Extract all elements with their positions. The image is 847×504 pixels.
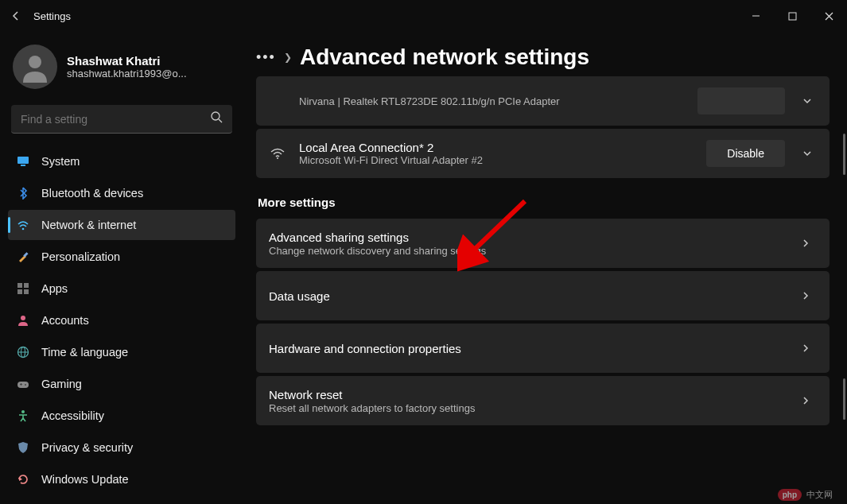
card-title: Advanced sharing settings — [269, 231, 783, 244]
user-name: Shashwat Khatri — [67, 54, 187, 68]
settings-card-hardware-and-connection-properties[interactable]: Hardware and connection properties — [256, 324, 830, 373]
wifi-icon — [267, 147, 288, 160]
search-icon — [211, 111, 223, 126]
access-icon — [16, 409, 30, 423]
adapter-sub: Nirvana | Realtek RTL8723DE 802.11b/g/n … — [299, 95, 686, 107]
sidebar-item-bluetooth-devices[interactable]: Bluetooth & devices — [8, 178, 235, 208]
breadcrumb: ••• ❯ Advanced network settings — [256, 45, 830, 70]
svg-line-4 — [219, 119, 222, 122]
sidebar-item-label: Personalization — [41, 250, 120, 263]
chevron-right-icon — [795, 396, 817, 405]
window-title: Settings — [33, 10, 71, 22]
sidebar-item-system[interactable]: System — [8, 146, 235, 176]
user-account[interactable]: Shashwat Khatri shashwat.khatri1993@o... — [8, 40, 235, 99]
sidebar-item-accounts[interactable]: Accounts — [8, 305, 235, 335]
chevron-down-icon[interactable] — [796, 96, 818, 106]
svg-rect-10 — [24, 283, 29, 288]
card-sub: Change network discovery and sharing set… — [269, 245, 783, 257]
maximize-button[interactable] — [774, 0, 810, 32]
avatar — [13, 45, 57, 89]
minimize-button[interactable] — [737, 0, 774, 32]
action-button[interactable] — [697, 87, 785, 114]
disable-button[interactable]: Disable — [706, 140, 785, 167]
chevron-down-icon[interactable] — [796, 149, 818, 158]
sidebar-item-label: Bluetooth & devices — [41, 187, 143, 200]
svg-rect-9 — [17, 283, 22, 288]
chevron-right-icon — [795, 343, 817, 353]
sidebar-item-privacy-security[interactable]: Privacy & security — [8, 432, 235, 463]
game-icon — [16, 377, 30, 391]
close-button[interactable] — [810, 0, 847, 32]
svg-rect-12 — [24, 289, 29, 294]
monitor-icon — [16, 154, 30, 169]
apps-icon — [16, 281, 30, 296]
watermark: php 中文网 — [778, 489, 833, 501]
svg-rect-11 — [17, 289, 22, 294]
sidebar-item-time-language[interactable]: Time & language — [8, 337, 235, 367]
sidebar-item-label: Privacy & security — [41, 441, 133, 454]
sidebar-item-label: Time & language — [41, 346, 128, 359]
sidebar-item-label: Accessibility — [41, 409, 104, 422]
svg-rect-1 — [789, 13, 796, 20]
svg-marker-22 — [19, 477, 22, 481]
card-title: Data usage — [269, 289, 783, 303]
settings-card-advanced-sharing-settings[interactable]: Advanced sharing settingsChange network … — [256, 219, 830, 268]
brush-icon — [16, 250, 30, 264]
sidebar-item-accessibility[interactable]: Accessibility — [8, 401, 235, 431]
sidebar-item-windows-update[interactable]: Windows Update — [8, 464, 235, 494]
titlebar: Settings — [0, 0, 847, 32]
back-button[interactable] — [10, 10, 22, 22]
card-title: Network reset — [269, 388, 783, 401]
adapter-row[interactable]: Nirvana | Realtek RTL8723DE 802.11b/g/n … — [256, 76, 830, 126]
card-sub: Reset all network adapters to factory se… — [269, 402, 783, 414]
adapter-sub: Microsoft Wi-Fi Direct Virtual Adapter #… — [299, 154, 695, 166]
svg-rect-5 — [17, 157, 29, 164]
update-icon — [16, 472, 30, 487]
svg-point-21 — [21, 410, 25, 413]
sidebar-item-label: Gaming — [41, 378, 82, 390]
sidebar-item-label: Windows Update — [41, 473, 129, 486]
scrollbar[interactable] — [843, 134, 845, 175]
wifi-icon — [16, 218, 30, 232]
page-title: Advanced network settings — [300, 45, 589, 70]
svg-point-2 — [29, 56, 41, 68]
sidebar-item-personalization[interactable]: Personalization — [8, 242, 235, 272]
settings-card-data-usage[interactable]: Data usage — [256, 271, 830, 320]
svg-rect-6 — [21, 165, 25, 166]
sidebar-item-label: System — [41, 155, 80, 168]
svg-point-3 — [212, 112, 220, 120]
globe-icon — [16, 345, 30, 359]
search-input[interactable] — [21, 113, 211, 126]
sidebar-item-label: Accounts — [41, 314, 89, 327]
sidebar-item-gaming[interactable]: Gaming — [8, 369, 235, 399]
svg-rect-17 — [17, 382, 29, 388]
sidebar-item-apps[interactable]: Apps — [8, 273, 235, 304]
chevron-right-icon: ❯ — [284, 52, 292, 63]
adapter-row[interactable]: Local Area Connection* 2Microsoft Wi-Fi … — [256, 129, 830, 178]
scrollbar[interactable] — [843, 378, 845, 420]
svg-rect-20 — [21, 383, 21, 386]
svg-point-7 — [22, 228, 25, 231]
person-icon — [16, 313, 30, 328]
bluetooth-icon — [16, 186, 30, 200]
chevron-right-icon — [795, 238, 817, 248]
settings-card-network-reset[interactable]: Network resetReset all network adapters … — [256, 376, 830, 425]
chevron-right-icon — [795, 291, 817, 300]
svg-point-23 — [277, 157, 278, 159]
svg-point-13 — [21, 316, 25, 320]
watermark-text: 中文网 — [806, 489, 833, 501]
search-box[interactable] — [11, 105, 232, 134]
nav-list: SystemBluetooth & devicesNetwork & inter… — [8, 146, 235, 494]
more-settings-header: More settings — [258, 196, 830, 209]
adapter-name: Local Area Connection* 2 — [299, 141, 695, 154]
watermark-pill: php — [778, 489, 802, 501]
card-title: Hardware and connection properties — [269, 342, 783, 355]
breadcrumb-more-icon[interactable]: ••• — [256, 49, 276, 66]
sidebar-item-network-internet[interactable]: Network & internet — [8, 210, 235, 240]
sidebar-item-label: Network & internet — [41, 219, 136, 231]
shield-icon — [16, 440, 30, 455]
main-content: ••• ❯ Advanced network settings Nirvana … — [243, 32, 847, 504]
sidebar: Shashwat Khatri shashwat.khatri1993@o...… — [0, 32, 243, 504]
svg-point-18 — [25, 384, 26, 386]
sidebar-item-label: Apps — [41, 282, 68, 295]
